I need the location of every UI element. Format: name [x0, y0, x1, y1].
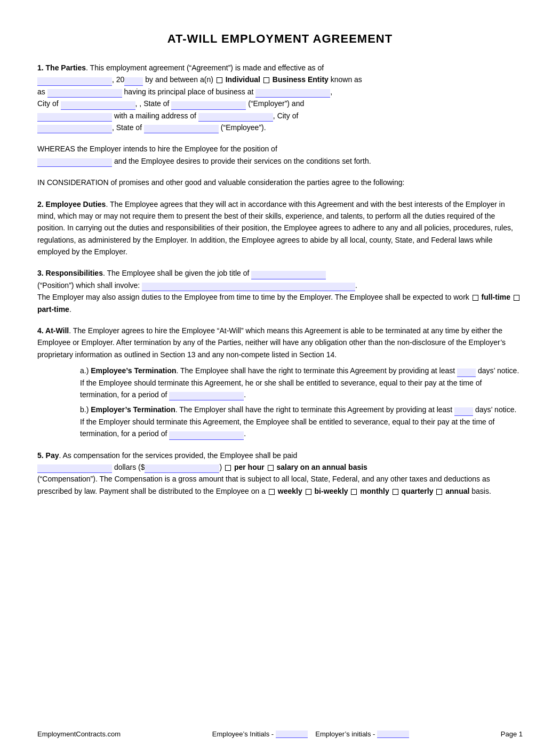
section3-text4: .: [69, 305, 71, 314]
label-business: Business Entity: [273, 75, 329, 84]
footer-employer-label: Employer’s initials -: [315, 730, 375, 738]
section1-text13: (“Employee”).: [221, 123, 266, 132]
section3-heading: 3. Responsibilities: [37, 269, 103, 277]
label-weekly: weekly: [278, 487, 302, 495]
field-effective-date[interactable]: [37, 77, 112, 86]
section-2: 2. Employee Duties. The Employee agrees …: [37, 198, 523, 258]
consideration-text: IN CONSIDERATION of promises and other g…: [37, 178, 404, 187]
sub-b-label: b.): [80, 405, 91, 414]
whereas-text2: and the Employee desires to provide thei…: [114, 157, 371, 165]
footer-page: Page 1: [501, 730, 523, 738]
sub-a-text3: .: [244, 390, 246, 399]
section1-text3: by and between a(n): [145, 75, 213, 84]
section3-text3: The Employer may also assign duties to t…: [37, 293, 469, 301]
sub-a-text1: . The Employee shall have the right to t…: [177, 366, 455, 375]
label-monthly: monthly: [360, 487, 389, 495]
section1-text7: City of: [37, 99, 59, 108]
section5-text1: . As compensation for the services provi…: [59, 451, 297, 460]
sub-b-text1: . The Employer shall have the right to t…: [175, 405, 453, 414]
field-employer-city[interactable]: [61, 101, 135, 110]
section4-heading: 4. At-Will: [37, 326, 69, 335]
field-employee-name[interactable]: [37, 113, 112, 122]
checkbox-business[interactable]: [263, 77, 269, 83]
checkbox-annual[interactable]: [436, 489, 442, 495]
field-employee-state[interactable]: [144, 125, 219, 133]
footer-middle: Employee’s Initials - Employer’s initial…: [212, 730, 409, 738]
field-employer-state[interactable]: [171, 101, 246, 110]
section1-text12: , State of: [112, 123, 142, 132]
section1-text11: , City of: [273, 111, 298, 120]
checkbox-parttime[interactable]: [514, 295, 519, 301]
sub-a-label: a.): [80, 366, 91, 375]
section1-text5: having its principal place of business a…: [124, 87, 254, 96]
checkbox-salary[interactable]: [268, 465, 274, 471]
label-salary: salary on an annual basis: [277, 463, 367, 471]
consideration-section: IN CONSIDERATION of promises and other g…: [37, 177, 523, 188]
field-job-title[interactable]: [251, 271, 326, 279]
sub-b-heading: Employer’s Termination: [91, 405, 175, 414]
whereas-section: WHEREAS the Employer intends to hire the…: [37, 143, 523, 167]
document-page: AT-WILL EMPLOYMENT AGREEMENT 1. The Part…: [0, 0, 560, 754]
field-employee-initials[interactable]: [276, 731, 308, 738]
section4-text1: . The Employer agrees to hire the Employ…: [37, 326, 506, 359]
label-quarterly: quarterly: [402, 487, 434, 495]
checkbox-weekly[interactable]: [269, 489, 275, 495]
section1-text9: (“Employer”) and: [248, 99, 304, 108]
label-perhour: per hour: [234, 463, 265, 471]
document-title: AT-WILL EMPLOYMENT AGREEMENT: [37, 32, 523, 46]
field-pay-amount[interactable]: [37, 464, 112, 473]
field-business-address[interactable]: [255, 89, 330, 98]
field-pay-dollar[interactable]: [145, 464, 219, 473]
field-position-involves[interactable]: [142, 283, 355, 291]
section5-text3: ): [219, 463, 222, 471]
section1-text2: , 20: [112, 75, 124, 84]
sub-a-heading: Employee’s Termination: [91, 366, 176, 375]
footer: EmploymentContracts.com Employee’s Initi…: [37, 730, 523, 738]
footer-employee-label: Employee’s Initials -: [212, 730, 274, 738]
field-employee-days[interactable]: [457, 368, 476, 377]
section-5: 5. Pay. As compensation for the services…: [37, 450, 523, 498]
section3-text1: . The Employee shall be given the job ti…: [103, 269, 249, 277]
section1-text1: . This employment agreement (“Agreement”…: [86, 63, 324, 72]
section5-heading: 5. Pay: [37, 451, 59, 460]
field-employee-city[interactable]: [37, 125, 112, 133]
checkbox-monthly[interactable]: [351, 489, 357, 495]
section1-text8: , State of: [139, 99, 169, 108]
checkbox-individual[interactable]: [217, 77, 222, 83]
field-employer-days[interactable]: [454, 407, 473, 416]
whereas-text1: WHEREAS the Employer intends to hire the…: [37, 145, 277, 153]
label-individual: Individual: [226, 75, 260, 84]
section5-text2: dollars ($: [114, 463, 145, 471]
field-mailing-address[interactable]: [198, 113, 273, 122]
checkbox-fulltime[interactable]: [473, 295, 478, 301]
label-parttime: part-time: [37, 305, 69, 314]
checkbox-quarterly[interactable]: [393, 489, 398, 495]
label-as: as: [37, 87, 47, 96]
section1-text6: ,: [330, 87, 332, 96]
label-biweekly: bi-weekly: [315, 487, 348, 495]
section1-heading: 1. The Parties: [37, 63, 86, 72]
field-employer-initials[interactable]: [377, 731, 409, 738]
period1: .: [355, 281, 357, 290]
field-position-whereas[interactable]: [37, 158, 112, 167]
section-4: 4. At-Will. The Employer agrees to hire …: [37, 325, 523, 440]
section2-heading: 2. Employee Duties: [37, 200, 106, 208]
label-annual: annual: [445, 487, 469, 495]
footer-site: EmploymentContracts.com: [37, 730, 121, 738]
section-3: 3. Responsibilities. The Employee shall …: [37, 267, 523, 315]
field-employee-severance-period[interactable]: [169, 392, 244, 400]
field-year[interactable]: [124, 77, 143, 86]
section4-sub-a: a.) Employee’s Termination. The Employee…: [80, 365, 523, 400]
label-fulltime: full-time: [482, 293, 510, 301]
section-1: 1. The Parties. This employment agreemen…: [37, 62, 523, 133]
section2-text: . The Employee agrees that they will act…: [37, 200, 513, 256]
section1-text4: known as: [331, 75, 362, 84]
checkbox-biweekly[interactable]: [306, 489, 311, 495]
section1-text10: with a mailing address of: [114, 111, 196, 120]
checkbox-perhour[interactable]: [225, 465, 231, 471]
section5-text5: basis.: [471, 487, 491, 495]
section4-sub-b: b.) Employer’s Termination. The Employer…: [80, 404, 523, 439]
field-employer-name[interactable]: [47, 89, 122, 98]
field-employer-severance-period[interactable]: [169, 431, 244, 440]
section3-text2: (“Position”) which shall involve:: [37, 281, 140, 290]
